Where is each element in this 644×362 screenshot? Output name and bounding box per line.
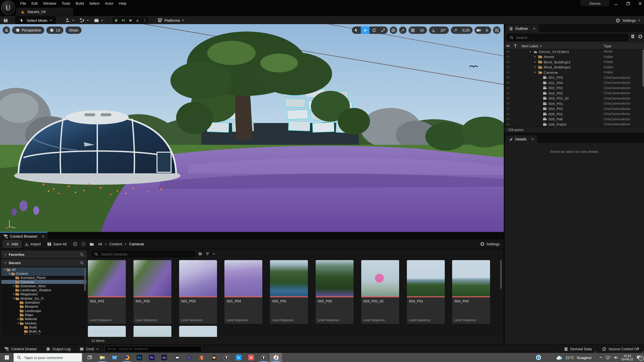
eject-button[interactable] <box>134 17 141 23</box>
rotate-tool-button[interactable] <box>370 26 378 34</box>
forward-button[interactable] <box>80 241 86 247</box>
eye-icon[interactable] <box>504 76 512 79</box>
start-button[interactable] <box>0 353 14 362</box>
close-button[interactable] <box>637 1 643 6</box>
asset-search[interactable] <box>91 251 195 257</box>
outliner-settings-icon[interactable] <box>638 34 643 39</box>
asset-card-s04_p01[interactable]: S04_P01Level Sequence <box>407 260 444 324</box>
expander-icon[interactable] <box>8 272 11 275</box>
breadcrumb-all[interactable]: All <box>98 242 102 246</box>
eye-icon[interactable] <box>504 71 512 74</box>
view-mode-button[interactable]: Lit <box>46 26 64 34</box>
outliner-row-s05-palt02[interactable]: S05_Palt02CineCameraActor <box>504 122 644 127</box>
purple-ring-app-taskbar-button[interactable] <box>183 353 195 362</box>
expander-icon[interactable] <box>533 61 537 63</box>
select-tool-button[interactable] <box>352 26 360 34</box>
content-browser-tab[interactable]: Content Browser ✕ <box>0 232 48 240</box>
outliner-search[interactable] <box>506 34 628 41</box>
folder-cameras[interactable]: Cameras <box>1 280 86 284</box>
menu-edit[interactable]: Edit <box>29 0 40 7</box>
folder-megascans[interactable]: Megascans <box>1 292 86 297</box>
outliner-row-block-buildings1[interactable]: Block_Buildings1Folder <box>504 59 644 64</box>
tray-expand-icon[interactable] <box>599 356 603 359</box>
expander-icon[interactable] <box>16 322 20 325</box>
eye-icon[interactable] <box>504 91 512 95</box>
expander-icon[interactable] <box>528 50 532 53</box>
asset-card-partial[interactable] <box>88 326 126 337</box>
unreal-logo-icon[interactable]: U <box>1 1 15 15</box>
outliner-row-assets[interactable]: AssetsFolder <box>504 54 644 59</box>
after-effects-taskbar-button[interactable]: Ae <box>158 353 170 362</box>
scale-snap-control[interactable]: 0,25 <box>451 26 472 34</box>
eye-icon[interactable] <box>504 107 512 110</box>
help-icon[interactable]: ? <box>536 355 541 360</box>
outliner-row-s02-p01[interactable]: S02_P01CineCameraActor <box>504 85 644 90</box>
breadcrumb-cameras[interactable]: Cameras <box>129 242 144 246</box>
menu-file[interactable]: File <box>18 0 29 7</box>
viewport-scene[interactable] <box>0 24 504 232</box>
save-search-icon[interactable] <box>198 252 202 256</box>
asset-card-s03_p01_02[interactable]: S03_P01_02Level Sequence <box>361 260 399 324</box>
favorites-section[interactable]: Favorites <box>1 251 86 258</box>
rotation-snap-value[interactable]: 10° <box>438 26 449 34</box>
asset-card-s02_p01[interactable]: S02_P01Level Sequence <box>270 260 308 324</box>
file-explorer-taskbar-button[interactable] <box>96 353 108 362</box>
back-button[interactable] <box>70 241 80 247</box>
cmd-button[interactable]: Cmd <box>75 345 104 353</box>
tree-scrollbar[interactable] <box>84 268 86 291</box>
eye-icon[interactable] <box>504 123 512 126</box>
world-local-toggle[interactable] <box>390 26 397 34</box>
asset-card-s01_p04[interactable]: S01_P04Level Sequence <box>224 260 262 324</box>
folder-content[interactable]: Content <box>1 272 86 276</box>
close-icon[interactable]: ✕ <box>531 137 534 141</box>
asset-card-s01_p03[interactable]: S01_P03Level Sequence <box>179 260 217 324</box>
clock[interactable]: 15:43 10-06-22 <box>621 354 633 361</box>
folder-downtown-west[interactable]: Downtown_West <box>1 284 86 288</box>
premiere-taskbar-button[interactable]: Pr <box>146 353 158 362</box>
menu-tools[interactable]: Tools <box>59 0 73 7</box>
photoshop-taskbar-button[interactable]: Ps <box>133 353 146 362</box>
blender-taskbar-button[interactable] <box>208 353 220 362</box>
eye-icon[interactable] <box>504 65 512 69</box>
outliner-row-decors-v4-editor-[interactable]: Decors_V4 (Editor)World <box>504 49 644 54</box>
move-tool-button[interactable] <box>360 26 370 34</box>
rotation-snap-control[interactable]: 10° <box>429 26 449 34</box>
menu-select[interactable]: Select <box>86 0 102 7</box>
eye-icon[interactable] <box>504 112 512 116</box>
asset-card-partial[interactable] <box>134 326 172 337</box>
import-button[interactable]: Import <box>21 241 44 247</box>
breadcrumb-content[interactable]: Content <box>109 242 122 246</box>
eye-icon[interactable] <box>504 117 512 121</box>
eye-icon[interactable] <box>504 86 512 90</box>
outliner-row-s03-p01-02[interactable]: S03_P01_02CineCameraActor <box>504 96 644 101</box>
taskbar-search[interactable] <box>14 353 82 362</box>
menu-help[interactable]: Help <box>116 0 129 7</box>
perspective-button[interactable]: Perspective <box>12 26 44 34</box>
expander-icon[interactable] <box>12 293 15 296</box>
scale-snap-value[interactable]: 0,25 <box>460 26 472 34</box>
toolbar-settings-button[interactable]: Settings <box>615 17 644 23</box>
scale-tool-button[interactable] <box>378 26 388 34</box>
close-icon[interactable]: ✕ <box>533 27 536 30</box>
eye-icon[interactable] <box>504 55 512 58</box>
folder-build-a[interactable]: Build_A <box>1 329 86 334</box>
expander-icon[interactable] <box>3 268 6 271</box>
pin-column-header[interactable] <box>512 42 519 49</box>
content-browser-settings-button[interactable]: Settings <box>480 242 504 246</box>
capture-tool-taskbar-button[interactable] <box>270 353 282 362</box>
eye-icon[interactable] <box>504 97 512 100</box>
show-button[interactable]: Show <box>66 26 81 34</box>
expander-icon[interactable] <box>16 318 20 320</box>
unreal-editor-taskbar-button[interactable] <box>257 353 270 362</box>
weather-label[interactable]: Nuageux <box>577 356 592 360</box>
expander-icon[interactable] <box>533 66 537 68</box>
asset-card-s01_p01[interactable]: S01_P01Level Sequence <box>88 260 126 324</box>
item-label-column-header[interactable]: Item Label <box>519 42 602 49</box>
expander-icon[interactable] <box>12 297 15 300</box>
outliner-row-s04-p02[interactable]: S04_P02CineCameraActor <box>504 106 644 111</box>
folder-meshes[interactable]: Meshes <box>1 321 86 325</box>
asset-card-partial[interactable] <box>179 326 217 337</box>
pin-search-icon[interactable] <box>630 34 635 39</box>
folder-blueprint[interactable]: Blueprint <box>1 305 86 309</box>
folder-maps[interactable]: Maps <box>1 313 86 317</box>
